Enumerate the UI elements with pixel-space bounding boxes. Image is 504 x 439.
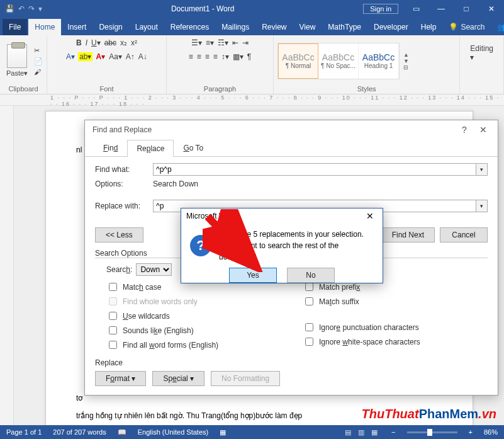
- format-button[interactable]: Format ▾: [95, 371, 146, 386]
- view-web-icon[interactable]: ▦: [371, 428, 378, 436]
- close-button[interactable]: ✕: [479, 4, 504, 13]
- fr-titlebar[interactable]: Find and Replace ? ✕: [85, 120, 498, 139]
- fr-tab-replace[interactable]: Replace: [127, 140, 174, 157]
- text-effects-button[interactable]: A▾: [65, 52, 76, 62]
- styles-gallery[interactable]: AaBbCc ¶ Normal AaBbCc ¶ No Spac... AaBb…: [277, 43, 400, 79]
- format-painter-icon[interactable]: 🖌: [34, 68, 43, 76]
- cancel-button[interactable]: Cancel: [440, 227, 488, 242]
- shrink-font-button[interactable]: A↓: [138, 52, 148, 62]
- replace-with-dropdown-icon[interactable]: ▾: [476, 200, 488, 212]
- tab-references[interactable]: References: [164, 19, 215, 35]
- highlight-button[interactable]: ab▾: [78, 52, 92, 61]
- tab-view[interactable]: View: [293, 19, 322, 35]
- align-right-button[interactable]: ≡: [204, 52, 210, 62]
- editing-button[interactable]: Editing▾: [464, 38, 500, 68]
- increase-indent-button[interactable]: ⇥: [242, 38, 249, 48]
- tab-insert[interactable]: Insert: [61, 19, 92, 35]
- change-case-button[interactable]: Aa▾: [108, 52, 123, 62]
- align-center-button[interactable]: ≡: [196, 52, 202, 62]
- zoom-slider[interactable]: [407, 431, 457, 433]
- tab-mailings[interactable]: Mailings: [215, 19, 255, 35]
- tab-design[interactable]: Design: [92, 19, 128, 35]
- ribbon-search[interactable]: 💡 Search: [442, 19, 491, 35]
- copy-icon[interactable]: 📄: [34, 57, 43, 66]
- multilevel-button[interactable]: ☶▾: [217, 38, 229, 48]
- gallery-more-icon[interactable]: ⊟: [403, 64, 409, 71]
- yes-button[interactable]: Yes: [229, 268, 277, 283]
- align-left-button[interactable]: ≡: [188, 52, 194, 62]
- view-print-icon[interactable]: ▥: [358, 428, 364, 436]
- tab-developer[interactable]: Developer: [367, 19, 415, 35]
- subscript-button[interactable]: x₂: [120, 38, 128, 48]
- vertical-ruler[interactable]: [0, 106, 14, 427]
- justify-button[interactable]: ≡: [213, 52, 218, 62]
- grow-font-button[interactable]: A↑: [125, 52, 135, 62]
- replace-with-label: Replace with:: [95, 202, 153, 210]
- qat-dropdown-icon[interactable]: ▾: [38, 4, 42, 13]
- less-button[interactable]: << Less: [95, 227, 143, 242]
- style-normal[interactable]: AaBbCc ¶ Normal: [278, 43, 318, 79]
- decrease-indent-button[interactable]: ⇤: [232, 38, 239, 48]
- chk-match-suffix[interactable]: Match suffix: [303, 295, 488, 307]
- msg-close-icon[interactable]: ✕: [362, 211, 378, 221]
- chk-sounds-like[interactable]: Sounds like (English): [106, 324, 291, 336]
- status-proofing-icon[interactable]: 📖: [118, 428, 126, 436]
- status-macro-icon[interactable]: ▦: [220, 428, 226, 436]
- sign-in-button[interactable]: Sign in: [363, 4, 398, 14]
- tab-file[interactable]: File: [3, 19, 27, 35]
- redo-icon[interactable]: ↷: [28, 4, 35, 13]
- maximize-button[interactable]: □: [454, 4, 479, 13]
- italic-button[interactable]: I: [85, 38, 88, 48]
- message-box: Microsoft Word ✕ ? We made 5 replacement…: [181, 208, 383, 283]
- paste-button[interactable]: Paste▾: [4, 44, 30, 77]
- tab-mathtype[interactable]: MathType: [322, 19, 367, 35]
- superscript-button[interactable]: x²: [130, 38, 138, 48]
- find-next-button[interactable]: Find Next: [381, 227, 435, 242]
- ribbon-options-icon[interactable]: ▭: [403, 4, 428, 13]
- underline-button[interactable]: U▾: [91, 38, 101, 48]
- find-what-input[interactable]: [153, 163, 476, 176]
- tab-help[interactable]: Help: [415, 19, 443, 35]
- show-marks-button[interactable]: ¶: [247, 52, 252, 62]
- chk-ignore-white[interactable]: Ignore white-space characters: [303, 336, 488, 348]
- find-what-dropdown-icon[interactable]: ▾: [476, 163, 488, 176]
- gallery-up-icon[interactable]: ▲: [403, 52, 409, 58]
- status-page[interactable]: Page 1 of 1: [6, 428, 42, 436]
- numbering-button[interactable]: ≡▾: [205, 38, 215, 48]
- font-color-button[interactable]: A▾: [95, 52, 106, 62]
- style-heading-1[interactable]: AaBbCc Heading 1: [359, 43, 399, 79]
- fr-help-icon[interactable]: ?: [455, 125, 474, 135]
- gallery-down-icon[interactable]: ▼: [403, 58, 409, 64]
- cut-icon[interactable]: ✂: [34, 47, 43, 55]
- chk-ignore-punct[interactable]: Ignore punctuation characters: [303, 321, 488, 333]
- ribbon-share[interactable]: 👥 Share: [491, 19, 504, 35]
- shading-button[interactable]: ▦▾: [232, 52, 244, 62]
- zoom-level[interactable]: 86%: [484, 428, 498, 436]
- tab-review[interactable]: Review: [255, 19, 293, 35]
- view-read-icon[interactable]: ▤: [345, 428, 351, 436]
- fr-tab-find[interactable]: Find: [94, 139, 127, 156]
- fr-close-icon[interactable]: ✕: [474, 125, 493, 135]
- tab-home[interactable]: Home: [28, 19, 61, 35]
- status-language[interactable]: English (United States): [138, 428, 209, 436]
- special-button[interactable]: Special ▾: [152, 371, 204, 386]
- status-words[interactable]: 207 of 207 words: [53, 428, 106, 436]
- no-button[interactable]: No: [287, 268, 335, 283]
- undo-icon[interactable]: ↶: [18, 4, 25, 13]
- zoom-out-button[interactable]: −: [391, 428, 395, 436]
- save-icon[interactable]: 💾: [5, 4, 14, 13]
- group-clipboard: Paste▾ ✂ 📄 🖌 Clipboard: [0, 35, 47, 94]
- strikethrough-button[interactable]: abc: [104, 38, 117, 48]
- horizontal-ruler[interactable]: 1 · · · P · · · P · · · 1 · · · 2 · · · …: [0, 94, 504, 106]
- chk-wildcards[interactable]: Use wildcards: [106, 310, 291, 322]
- fr-tab-goto[interactable]: Go To: [174, 139, 213, 156]
- bullets-button[interactable]: ☰▾: [191, 38, 203, 48]
- tab-layout[interactable]: Layout: [129, 19, 164, 35]
- zoom-in-button[interactable]: +: [469, 428, 473, 436]
- style-no-spacing[interactable]: AaBbCc ¶ No Spac...: [318, 43, 359, 79]
- minimize-button[interactable]: —: [428, 4, 454, 13]
- search-direction-select[interactable]: Down: [136, 263, 172, 276]
- bold-button[interactable]: B: [76, 38, 82, 48]
- chk-word-forms[interactable]: Find all word forms (English): [106, 339, 291, 351]
- line-spacing-button[interactable]: ↕▾: [221, 52, 230, 62]
